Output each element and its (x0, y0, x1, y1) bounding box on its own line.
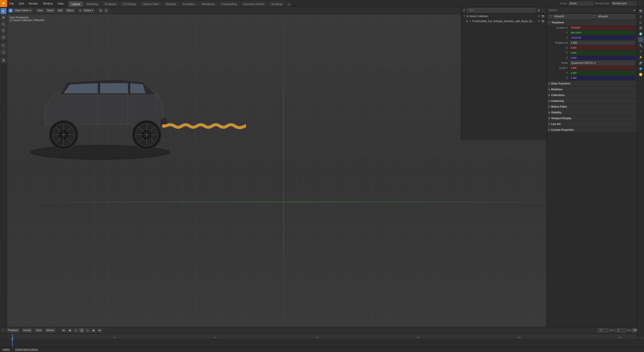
stop-btn[interactable]: ⏸ (79, 328, 84, 333)
motion-paths-collapse-arrow: ▶ (549, 106, 550, 108)
object-name-input[interactable]: Wheel04 (553, 14, 591, 19)
rotation-x[interactable]: 0.000 (570, 46, 635, 50)
current-frame-input[interactable]: 1 (598, 328, 608, 332)
play-reverse-btn[interactable]: ◁ (73, 328, 78, 333)
prop-object-icon[interactable]: ⬡ (638, 37, 643, 42)
prop-particles-icon[interactable]: ✳ (638, 49, 643, 54)
menu-edit[interactable]: Edit (17, 0, 26, 7)
timeline-playback-menu[interactable]: Playback (7, 328, 20, 333)
tab-layout[interactable]: Layout (69, 1, 83, 7)
proportional-edit[interactable]: ⊙ (104, 8, 109, 13)
menu-help[interactable]: Help (55, 0, 66, 7)
scale-x[interactable]: 1.000 (570, 66, 635, 70)
prop-material-icon[interactable]: 🟡 (638, 72, 643, 77)
motion-paths-title[interactable]: ▶ Motion Paths (547, 104, 637, 109)
viewport-display-title[interactable]: ▶ Viewport Display (547, 115, 637, 121)
prev-frame-btn[interactable]: ◀ (67, 328, 72, 333)
prop-view-layer-icon[interactable]: 🗂 (638, 20, 643, 25)
scale-z[interactable]: 1.000 (570, 76, 635, 80)
render-layer-dropdown[interactable]: RenderLayer (611, 1, 636, 6)
tab-rendering[interactable]: Rendering (199, 1, 218, 7)
view-menu[interactable]: View (36, 8, 45, 13)
object-menu[interactable]: Object (65, 8, 75, 13)
tab-shading[interactable]: Shading (163, 1, 179, 7)
outliner-options-icon[interactable]: ⋮ (541, 9, 544, 12)
outliner-item-fumecaddie[interactable]: ▶ ⬡ FumeCaddie_Car_Exhaust_Extractor_wit… (461, 19, 546, 24)
outliner-search[interactable] (467, 8, 536, 13)
prop-object-data-icon[interactable]: 🔷 (638, 66, 643, 71)
tl-sep1 (58, 328, 59, 332)
rotation-w-value[interactable]: 1.000 (570, 41, 635, 45)
menu-file[interactable]: File (7, 0, 17, 7)
next-frame-btn[interactable]: ▶ (91, 328, 96, 333)
timeline-keying-menu[interactable]: Keying (22, 328, 33, 333)
data-block-name-input[interactable]: Wheel04 (597, 14, 635, 19)
timeline-marker-menu[interactable]: Marker (45, 328, 56, 333)
start-frame-input[interactable]: 1 (615, 328, 625, 332)
tab-compositing[interactable]: Compositing (218, 1, 240, 7)
tl-sep2 (105, 328, 105, 332)
rotation-mode-dropdown[interactable]: Quaternion (WXYZ) ▾ (570, 60, 635, 65)
menu-render[interactable]: Render (26, 0, 41, 7)
outliner-filter-icon[interactable]: ⊞ (537, 9, 540, 12)
scale-y[interactable]: 1.000 (570, 71, 635, 75)
rotation-z[interactable]: 0.000 (570, 56, 635, 60)
delta-transform-title[interactable]: ▶ Delta Transform (547, 81, 637, 86)
tab-modeling[interactable]: Modeling (84, 1, 101, 7)
play-btn[interactable]: ▷ (85, 328, 90, 333)
eye-icon2[interactable]: 👁 (538, 20, 540, 23)
location-x[interactable]: 76.91265 (570, 26, 635, 30)
location-y[interactable]: 306.13373 (570, 31, 635, 35)
tab-animation[interactable]: Animation (180, 1, 198, 7)
jump-start-btn[interactable]: ⏮ (61, 328, 66, 333)
prop-constraints-icon[interactable]: 🔗 (638, 60, 643, 66)
object-tool[interactable]: ⊕ (1, 57, 7, 63)
tab-sculpting[interactable]: Sculpting (102, 1, 119, 7)
jump-end-btn[interactable]: ⏭ (97, 328, 102, 333)
outliner-item-scene-collection[interactable]: ▼ ⊞ Scene Collection 👁 📷 (461, 14, 546, 19)
restrict-render-icon2[interactable]: 📷 (541, 20, 544, 23)
timeline-view-menu[interactable]: View (34, 328, 43, 333)
move-tool[interactable]: ✥ (1, 15, 7, 21)
annotate-tool[interactable]: ✏ (1, 42, 7, 49)
rotate-tool[interactable]: ↻ (1, 21, 7, 27)
custom-properties-title[interactable]: ▶ Custom Properties (547, 127, 637, 133)
cursor-tool[interactable] (1, 8, 7, 14)
tab-scripting[interactable]: Scripting (268, 1, 285, 7)
transform-section: ▼ Transform Location X 76.91265 Y 306.13… (547, 20, 637, 81)
relations-title[interactable]: ▶ Relations (547, 86, 637, 92)
location-z[interactable]: -43.93718 (570, 36, 635, 40)
prop-output-icon[interactable]: 🖨 (638, 14, 643, 19)
options-btn[interactable]: ▾ (634, 9, 635, 12)
tab-texture-paint[interactable]: Texture Paint (140, 1, 162, 7)
status-bar: Select Center View to Mouse (0, 347, 644, 352)
transform-section-title[interactable]: ▼ Transform (547, 20, 637, 25)
transform-tool[interactable]: ⊡ (1, 34, 7, 40)
select-menu[interactable]: Select (45, 8, 55, 13)
tab-geometry-nodes[interactable]: Geometry Nodes (240, 1, 267, 7)
prop-physics-icon[interactable]: ⚡ (638, 54, 643, 60)
prop-scene-icon[interactable]: 🎬 (638, 25, 643, 31)
mode-dropdown[interactable]: Object Mode ▾ (13, 8, 33, 13)
line-art-title[interactable]: ▶ Line Art (547, 121, 637, 127)
prop-modifier-icon[interactable]: 🔧 (638, 43, 643, 48)
collections-title[interactable]: ▶ Collections (547, 92, 637, 98)
options-icon[interactable]: ⋮ (638, 1, 642, 6)
restrict-render-icon[interactable]: 📷 (541, 15, 544, 18)
tab-uv-editing[interactable]: UV Editing (120, 1, 139, 7)
scale-tool[interactable]: ⇱ (1, 28, 7, 34)
location-y-row: Y 306.13373 (547, 30, 637, 35)
snap-btn[interactable]: ⊟ (98, 8, 103, 13)
instancing-title[interactable]: ▶ Instancing (547, 98, 637, 104)
menu-window[interactable]: Window (41, 0, 55, 7)
transform-orientation[interactable]: Global ▾ (82, 8, 95, 13)
prop-render-icon[interactable]: 📷 (638, 8, 643, 14)
prop-world-icon[interactable]: 🌍 (638, 31, 643, 37)
add-workspace-button[interactable]: + (286, 2, 292, 7)
scene-dropdown[interactable]: Scene (569, 1, 594, 6)
measure-tool[interactable]: ⊿ (1, 49, 7, 55)
add-menu[interactable]: Add (56, 8, 64, 13)
visibility-title[interactable]: ▶ Visibility (547, 110, 637, 115)
eye-icon[interactable]: 👁 (538, 15, 540, 18)
rotation-y[interactable]: 0.000 (570, 51, 635, 55)
